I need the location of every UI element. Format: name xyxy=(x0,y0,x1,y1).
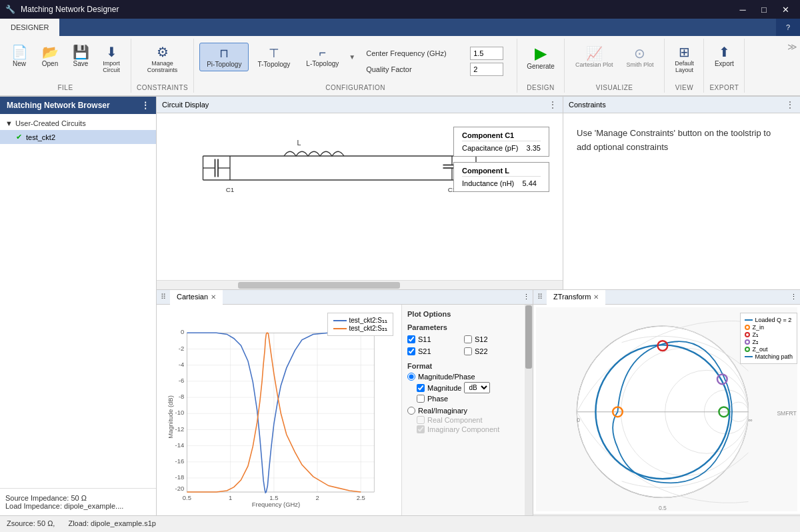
s22-checkbox[interactable] xyxy=(464,347,472,355)
smith-plot-options: Plot Options Impedance direction Source … xyxy=(533,514,800,515)
legend-loaded-q-line xyxy=(745,319,753,321)
status-bar: Zsource: 50 Ω, Zload: dipole_example.s1p xyxy=(0,515,800,530)
export-label: Export xyxy=(715,60,734,67)
sidebar-tree-group: ▼ User-Created Circuits ✔ test_ckt2 xyxy=(0,114,156,147)
chart-legend: test_ckt2:S₁₁ test_ckt2:S₂₁ xyxy=(327,313,393,336)
export-button[interactable]: ⬆ Export xyxy=(710,43,738,70)
ztransform-tab[interactable]: ZTransform ✕ xyxy=(547,290,605,305)
center-freq-input[interactable] xyxy=(470,47,503,60)
sidebar-item-test-ckt2[interactable]: ✔ test_ckt2 xyxy=(0,130,156,144)
legend-matching-path-label: Matching path xyxy=(755,353,793,360)
svg-text:C1: C1 xyxy=(226,186,235,193)
t-topology-label: T-Topology xyxy=(257,61,290,68)
save-label: Save xyxy=(73,60,89,67)
cartesian-drag-handle[interactable]: ⠿ xyxy=(157,290,170,304)
cartesian-panel: ⠿ Cartesian ✕ ⋮ test_ckt2:S₁₁ xyxy=(157,290,533,515)
cartesian-tab[interactable]: Cartesian ✕ xyxy=(170,290,223,305)
legend-z2-label: Z₂ xyxy=(752,339,759,345)
topology-dropdown[interactable]: ▼ xyxy=(347,43,357,71)
svg-text:-4: -4 xyxy=(179,361,184,368)
imaginary-component-checkbox[interactable] xyxy=(417,425,425,433)
generate-button[interactable]: ▶ Generate xyxy=(523,43,559,73)
ztransform-tab-header: ⠿ ZTransform ✕ ⋮ xyxy=(533,290,800,305)
maximize-button[interactable]: □ xyxy=(755,2,773,17)
s12-checkbox[interactable] xyxy=(464,335,472,343)
magnitude-phase-radio[interactable] xyxy=(407,373,415,381)
manage-constraints-button[interactable]: ⚙ ManageConstraints xyxy=(143,43,182,76)
cartesian-tab-close[interactable]: ✕ xyxy=(211,293,216,301)
tab-designer[interactable]: DESIGNER xyxy=(0,19,59,36)
ztransform-drag-handle[interactable]: ⠿ xyxy=(533,290,547,304)
smith-legend: Loaded Q = 2 Z_in Z₁ Z₂ xyxy=(740,313,797,364)
plot-options-scrollbar-thumb xyxy=(525,305,532,369)
legend-z1-label: Z₁ xyxy=(752,331,759,338)
app-title: Matching Network Designer xyxy=(21,5,119,14)
svg-text:SMFRT: SMFRT xyxy=(777,410,797,417)
cartesian-plot-icon: 📈 xyxy=(586,45,603,61)
real-component-checkbox[interactable] xyxy=(417,416,425,424)
circuit-scrollbar-h[interactable] xyxy=(157,280,563,289)
load-impedance: Load Impedance: dipole_example.... xyxy=(5,502,151,510)
real-imaginary-radio-row: Real/Imaginary xyxy=(407,407,519,415)
real-component-row: Real Component xyxy=(407,416,519,424)
pi-topology-button[interactable]: ⊓ Pi-Topology xyxy=(199,43,249,71)
l-topology-button[interactable]: ⌐ L-Topology xyxy=(299,43,346,71)
visualize-group-label: VISUALIZE xyxy=(596,84,633,91)
real-imaginary-label: Real/Imaginary xyxy=(418,407,467,415)
magnitude-unit-select[interactable]: dB xyxy=(464,382,490,393)
real-imaginary-radio[interactable] xyxy=(407,407,415,415)
phase-checkbox[interactable] xyxy=(417,395,425,403)
ribbon-group-constraints: ⚙ ManageConstraints CONSTRAINTS xyxy=(131,39,194,93)
s21-checkbox[interactable] xyxy=(407,347,415,355)
plot-options-panel: Plot Options Parameters S11 S12 xyxy=(401,305,525,515)
legend-z-in-label: Z_in xyxy=(752,324,764,331)
sidebar-menu-icon[interactable]: ⋮ xyxy=(141,101,149,110)
top-panels: Circuit Display ⋮ xyxy=(157,97,800,290)
default-layout-button[interactable]: ⊞ DefaultLayout xyxy=(670,43,698,76)
ribbon-group-configuration: ⊓ Pi-Topology ⊤ T-Topology ⌐ L-Topology xyxy=(194,39,517,93)
new-button[interactable]: 📄 New xyxy=(5,43,33,70)
open-button[interactable]: 📂 Open xyxy=(36,43,64,70)
quality-factor-label: Quality Factor xyxy=(366,65,466,73)
close-button[interactable]: ✕ xyxy=(776,2,795,17)
constraints-panel-menu[interactable]: ⋮ xyxy=(785,99,795,110)
magnitude-checkbox[interactable] xyxy=(417,384,425,392)
circuit-panel-menu[interactable]: ⋮ xyxy=(548,99,557,110)
topology-dropdown-arrow[interactable]: ▼ xyxy=(347,52,357,62)
ribbon-group-file: 📄 New 📂 Open 💾 Save ⬇ ImportCircuit FILE xyxy=(0,39,131,93)
save-button[interactable]: 💾 Save xyxy=(67,43,95,70)
constraints-panel-title: Constraints xyxy=(569,101,606,109)
component-boxes: Component C1 Capacitance (pF) 3.35 Compo… xyxy=(453,127,549,192)
s11-checkbox[interactable] xyxy=(407,335,415,343)
t-topology-button[interactable]: ⊤ T-Topology xyxy=(250,43,297,71)
ztransform-panel-menu[interactable]: ⋮ xyxy=(787,290,800,304)
l-topology-label: L-Topology xyxy=(306,60,339,67)
file-group-label: FILE xyxy=(57,84,73,91)
svg-text:Magnitude (dB): Magnitude (dB) xyxy=(167,395,174,439)
legend-item-s21: test_ckt2:S₂₁ xyxy=(333,325,387,332)
smith-chart-area: 0 0.5 ∞ SMFRT Loaded Q = 2 Z_in xyxy=(533,305,800,514)
s11-checkbox-row: S11 xyxy=(407,335,463,343)
plot-options-title: Plot Options xyxy=(407,310,519,318)
cartesian-panel-menu[interactable]: ⋮ xyxy=(520,290,533,304)
manage-constraints-label: ManageConstraints xyxy=(147,60,178,73)
sidebar: Matching Network Browser ⋮ ▼ User-Create… xyxy=(0,97,157,515)
svg-text:0: 0 xyxy=(181,328,184,335)
import-circuit-button[interactable]: ⬇ ImportCircuit xyxy=(97,43,125,76)
quality-factor-input[interactable] xyxy=(470,63,503,76)
component-c1-title: Component C1 xyxy=(462,131,541,141)
t-topology-icon: ⊤ xyxy=(269,46,279,61)
cartesian-plot-button[interactable]: 📈 Cartesian Plot xyxy=(570,43,619,71)
smith-plot-button[interactable]: ⊙ Smith Plot xyxy=(621,43,659,71)
sidebar-group-user-circuits[interactable]: ▼ User-Created Circuits xyxy=(0,117,156,130)
legend-label-s11: test_ckt2:S₁₁ xyxy=(349,317,387,324)
plot-options-scrollbar[interactable] xyxy=(525,305,533,515)
ribbon-expander[interactable]: ≫ xyxy=(785,39,800,55)
cartesian-plot-label: Cartesian Plot xyxy=(575,61,613,68)
help-button[interactable]: ? xyxy=(776,19,800,36)
svg-text:0.5: 0.5 xyxy=(183,494,191,501)
ztransform-panel: ⠿ ZTransform ✕ ⋮ xyxy=(533,290,800,515)
ztransform-tab-close[interactable]: ✕ xyxy=(593,293,599,301)
legend-loaded-q-label: Loaded Q = 2 xyxy=(755,317,791,323)
minimize-button[interactable]: ─ xyxy=(733,2,752,17)
